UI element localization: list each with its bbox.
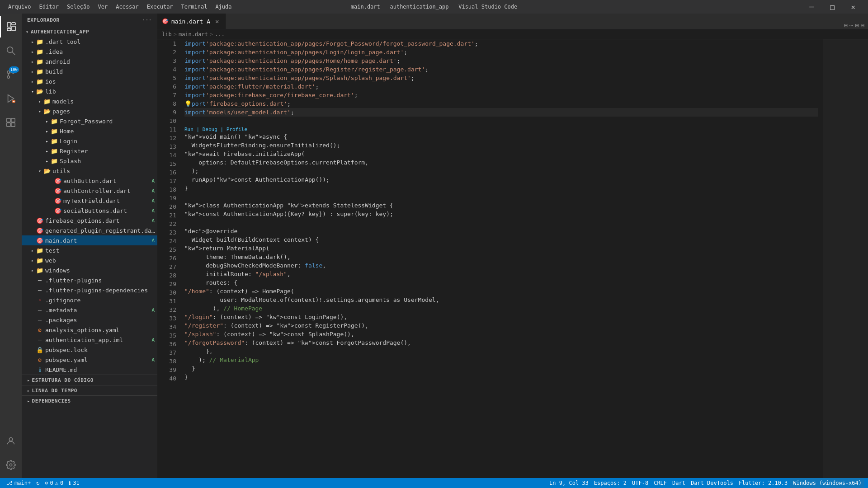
sidebar-item-authcontroller[interactable]: 🎯 authController.dart A <box>22 186 157 196</box>
pages-arrow <box>36 109 43 114</box>
sidebar-item-pubspec-yaml[interactable]: ⚙ pubspec.yaml A <box>22 355 157 365</box>
sidebar-item-models[interactable]: 📁 models <box>22 96 157 106</box>
sidebar-item-socialbuttons[interactable]: 🎯 socialButtons.dart A <box>22 206 157 216</box>
folder-icon: 📁 <box>36 247 43 254</box>
sidebar-item-web[interactable]: 📁 web <box>22 255 157 265</box>
sidebar-item-generated-plugin[interactable]: 🎯 generated_plugin_registrant.dart <box>22 225 157 235</box>
line-number: 11 <box>157 125 176 134</box>
menu-editar[interactable]: Editar <box>36 3 62 11</box>
sidebar-item-utils[interactable]: 📂 utils <box>22 166 157 176</box>
status-flutter[interactable]: Flutter: 2.10.3 <box>736 478 790 488</box>
sidebar-item-authbutton[interactable]: 🎯 authButton.dart A <box>22 176 157 186</box>
activity-extensions[interactable] <box>0 112 22 133</box>
minimize-button[interactable]: ─ <box>801 0 822 14</box>
more-actions-icon[interactable]: ⋯ <box>849 22 853 29</box>
menu-ver[interactable]: Ver <box>94 3 112 11</box>
toggle-sidebar-icon[interactable]: ⊞ <box>855 22 859 29</box>
sidebar-ellipsis[interactable]: ··· <box>142 17 152 23</box>
tab-close-button[interactable]: ✕ <box>213 17 221 25</box>
sidebar-item-home[interactable]: 📁 Home <box>22 126 157 136</box>
run-label[interactable]: Run | Debug | Profile <box>184 125 247 134</box>
code-line: } <box>184 373 818 381</box>
section-code-structure-header[interactable]: ESTRUTURA DO CÓDIGO <box>22 375 157 385</box>
dart-icon: 🎯 <box>54 187 61 194</box>
line-number: 33 <box>157 314 176 323</box>
sidebar-item-windows[interactable]: 📁 windows <box>22 265 157 275</box>
section-timeline-header[interactable]: LINHA DO TEMPO <box>22 385 157 395</box>
breadcrumb-file[interactable]: main.dart <box>179 31 208 38</box>
menu-executar[interactable]: Executar <box>143 3 177 11</box>
sidebar-item-build[interactable]: 📁 build <box>22 66 157 76</box>
activity-explorer[interactable] <box>0 16 22 38</box>
sidebar-item-packages[interactable]: ─ .packages <box>22 315 157 325</box>
status-encoding[interactable]: UTF-8 <box>629 478 651 488</box>
tree-root[interactable]: AUTHENTICATION_APP <box>22 27 157 37</box>
main-decoration: A <box>151 238 155 244</box>
split-editor-icon[interactable]: ⊟ <box>844 22 847 29</box>
sidebar-item-gitignore[interactable]: ◦ .gitignore <box>22 295 157 305</box>
sidebar-item-flutter-plugins[interactable]: ─ .flutter-plugins <box>22 275 157 285</box>
code-content[interactable]: import 'package:authentication_app/pages… <box>180 39 823 478</box>
sidebar-item-ios[interactable]: 📁 ios <box>22 76 157 86</box>
activity-account[interactable] <box>0 430 22 452</box>
sidebar-item-metadata[interactable]: ─ .metadata A <box>22 305 157 315</box>
status-eol[interactable]: CRLF <box>651 478 670 488</box>
code-line: import 'models/user_model.dart'; <box>184 108 818 117</box>
status-platform[interactable]: Windows (windows-x64) <box>790 478 864 488</box>
sidebar-item-pubspec-lock[interactable]: 🔒 pubspec.lock <box>22 345 157 355</box>
sidebar-item-register[interactable]: 📁 Register <box>22 146 157 156</box>
code-editor[interactable]: 1234567891011121314151617181920212223242… <box>157 39 868 478</box>
sidebar-item-pages[interactable]: 📂 pages <box>22 106 157 116</box>
line-number: 9 <box>157 108 176 117</box>
section-dependencies-header[interactable]: DEPENDENCIES <box>22 396 157 406</box>
status-errors[interactable]: ⊘ 0 ⚠ 0 <box>42 478 66 488</box>
status-sync[interactable]: ↻ <box>33 478 42 488</box>
menu-ajuda[interactable]: Ajuda <box>212 3 235 11</box>
activity-run-debug[interactable] <box>0 88 22 109</box>
status-info-count[interactable]: ℹ 31 <box>66 478 82 488</box>
status-branch[interactable]: ⎇ main+ <box>4 478 33 488</box>
layout-icon[interactable]: ⊟ <box>861 22 864 29</box>
sidebar-item-flutter-plugins-dep[interactable]: ─ .flutter-plugins-dependencies <box>22 285 157 295</box>
breadcrumb-more[interactable]: ... <box>215 31 225 38</box>
tab-main-dart[interactable]: 🎯 main.dart A ✕ <box>157 14 226 29</box>
menu-acessar[interactable]: Acessar <box>112 3 142 11</box>
register-label: Register <box>60 148 157 155</box>
sidebar-content[interactable]: AUTHENTICATION_APP 📁 .dart_tool 📁 .idea <box>22 27 157 478</box>
analysis-label: analysis_options.yaml <box>45 327 157 333</box>
sidebar-item-test[interactable]: 📁 test <box>22 245 157 255</box>
sidebar-item-readme[interactable]: ℹ README.md <box>22 365 157 375</box>
line-number: 16 <box>157 168 176 177</box>
sidebar-item-idea[interactable]: 📁 .idea <box>22 47 157 56</box>
metadata-decoration: A <box>151 307 155 313</box>
close-button[interactable]: ✕ <box>843 0 863 14</box>
dart-icon: 🎯 <box>36 227 43 234</box>
sidebar-item-dart_tool[interactable]: 📁 .dart_tool <box>22 37 157 47</box>
status-line-col[interactable]: Ln 9, Col 33 <box>547 478 591 488</box>
sidebar-item-android[interactable]: 📁 android <box>22 56 157 66</box>
activity-source-control[interactable]: 100 <box>0 64 22 85</box>
activity-search[interactable] <box>0 40 22 61</box>
maximize-button[interactable]: □ <box>822 0 843 14</box>
file-icon: ─ <box>36 316 43 324</box>
sidebar-item-auth-iml[interactable]: ─ authentication_app.iml A <box>22 335 157 345</box>
menu-selecao[interactable]: Seleção <box>63 3 94 11</box>
sidebar-item-mytextfield[interactable]: 🎯 myTextField.dart A <box>22 196 157 206</box>
sidebar-item-main[interactable]: 🎯 main.dart A <box>22 235 157 245</box>
sidebar-item-forgot-password[interactable]: 📁 Forgot_Password <box>22 116 157 126</box>
sidebar-item-login[interactable]: 📁 Login <box>22 136 157 146</box>
status-spaces[interactable]: Espaços: 2 <box>591 478 629 488</box>
menu-terminal[interactable]: Terminal <box>178 3 211 11</box>
sidebar-item-analysis-options[interactable]: ⚙ analysis_options.yaml <box>22 325 157 335</box>
pubspec-yaml-decoration: A <box>151 357 155 363</box>
status-sdk[interactable]: Dart DevTools <box>688 478 736 488</box>
activity-settings[interactable] <box>0 454 22 476</box>
sidebar-item-firebase-options[interactable]: 🎯 firebase_options.dart A <box>22 216 157 225</box>
code-line <box>184 381 818 390</box>
breadcrumb-lib[interactable]: lib <box>162 31 172 38</box>
sidebar-item-lib[interactable]: 📂 lib <box>22 86 157 96</box>
status-language[interactable]: Dart <box>670 478 688 488</box>
web-label: web <box>45 257 157 264</box>
menu-arquivo[interactable]: Arquivo <box>5 3 35 11</box>
sidebar-item-splash[interactable]: 📁 Splash <box>22 156 157 166</box>
